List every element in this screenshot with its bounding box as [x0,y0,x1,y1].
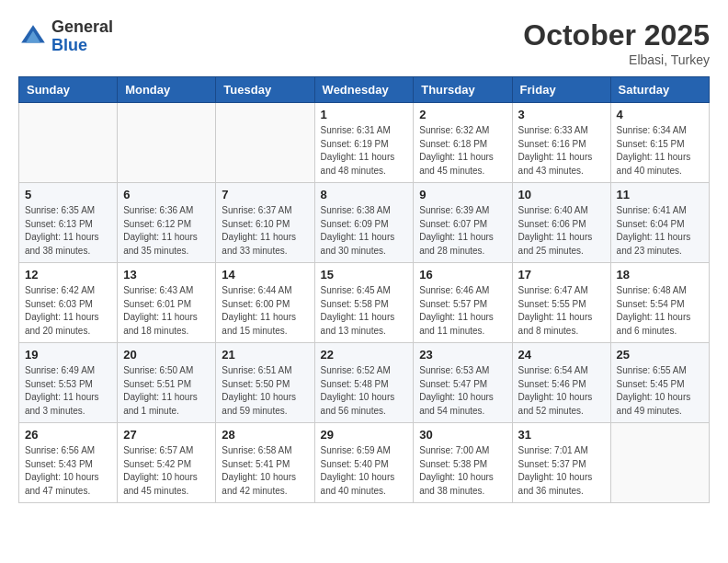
logo-text: General Blue [51,18,113,55]
day-detail: Sunrise: 6:45 AM Sunset: 5:58 PM Dayligh… [321,284,408,338]
calendar-cell [118,103,216,183]
calendar-cell: 29Sunrise: 6:59 AM Sunset: 5:40 PM Dayli… [314,423,414,503]
day-number: 10 [518,188,605,201]
day-detail: Sunrise: 6:35 AM Sunset: 6:13 PM Dayligh… [25,204,111,258]
day-detail: Sunrise: 6:32 AM Sunset: 6:18 PM Dayligh… [419,124,506,178]
calendar-cell: 10Sunrise: 6:40 AM Sunset: 6:06 PM Dayli… [512,183,610,263]
weekday-header-tuesday: Tuesday [216,77,314,103]
day-number: 24 [518,348,605,362]
calendar-week-2: 5Sunrise: 6:35 AM Sunset: 6:13 PM Daylig… [19,183,710,263]
day-number: 16 [419,268,506,282]
day-detail: Sunrise: 6:31 AM Sunset: 6:19 PM Dayligh… [321,124,408,178]
title-block: October 2025 Elbasi, Turkey [523,18,710,67]
calendar-cell: 12Sunrise: 6:42 AM Sunset: 6:03 PM Dayli… [19,263,118,343]
weekday-header-wednesday: Wednesday [314,77,414,103]
day-number: 17 [518,268,605,282]
weekday-header-monday: Monday [118,77,216,103]
day-number: 6 [123,188,210,201]
day-detail: Sunrise: 6:53 AM Sunset: 5:47 PM Dayligh… [419,364,506,418]
day-detail: Sunrise: 6:55 AM Sunset: 5:45 PM Dayligh… [617,364,703,418]
calendar-cell: 9Sunrise: 6:39 AM Sunset: 6:07 PM Daylig… [414,183,512,263]
day-detail: Sunrise: 6:46 AM Sunset: 5:57 PM Dayligh… [419,284,506,338]
day-number: 5 [25,188,111,201]
calendar-cell: 16Sunrise: 6:46 AM Sunset: 5:57 PM Dayli… [414,263,512,343]
logo-blue-text: Blue [51,36,87,54]
day-number: 30 [419,428,506,442]
day-number: 18 [617,268,703,282]
logo: General Blue [18,18,113,55]
day-detail: Sunrise: 6:40 AM Sunset: 6:06 PM Dayligh… [518,204,605,258]
day-number: 14 [222,268,308,282]
day-detail: Sunrise: 6:42 AM Sunset: 6:03 PM Dayligh… [25,284,111,338]
day-detail: Sunrise: 6:48 AM Sunset: 5:54 PM Dayligh… [617,284,703,338]
calendar-cell: 24Sunrise: 6:54 AM Sunset: 5:46 PM Dayli… [512,343,610,423]
day-number: 11 [617,188,703,201]
calendar-week-4: 19Sunrise: 6:49 AM Sunset: 5:53 PM Dayli… [19,343,710,423]
weekday-header-sunday: Sunday [19,77,118,103]
weekday-header-saturday: Saturday [610,77,709,103]
calendar-cell: 5Sunrise: 6:35 AM Sunset: 6:13 PM Daylig… [19,183,118,263]
calendar-cell: 3Sunrise: 6:33 AM Sunset: 6:16 PM Daylig… [512,103,610,183]
day-detail: Sunrise: 6:41 AM Sunset: 6:04 PM Dayligh… [617,204,703,258]
day-detail: Sunrise: 6:52 AM Sunset: 5:48 PM Dayligh… [321,364,408,418]
calendar-cell: 30Sunrise: 7:00 AM Sunset: 5:38 PM Dayli… [414,423,512,503]
calendar-cell: 27Sunrise: 6:57 AM Sunset: 5:42 PM Dayli… [118,423,216,503]
day-number: 25 [617,348,703,362]
day-detail: Sunrise: 6:58 AM Sunset: 5:41 PM Dayligh… [222,444,308,498]
day-detail: Sunrise: 6:37 AM Sunset: 6:10 PM Dayligh… [222,204,308,258]
day-detail: Sunrise: 6:49 AM Sunset: 5:53 PM Dayligh… [25,364,111,418]
calendar-cell: 15Sunrise: 6:45 AM Sunset: 5:58 PM Dayli… [314,263,414,343]
calendar-cell: 6Sunrise: 6:36 AM Sunset: 6:12 PM Daylig… [118,183,216,263]
day-number: 8 [321,188,408,201]
day-detail: Sunrise: 6:50 AM Sunset: 5:51 PM Dayligh… [123,364,210,418]
location-text: Elbasi, Turkey [523,52,710,67]
month-title: October 2025 [523,18,710,52]
day-number: 22 [321,348,408,362]
day-detail: Sunrise: 6:51 AM Sunset: 5:50 PM Dayligh… [222,364,308,418]
day-number: 9 [419,188,506,201]
day-number: 28 [222,428,308,442]
weekday-header-friday: Friday [512,77,610,103]
day-number: 13 [123,268,210,282]
day-number: 3 [518,108,605,121]
calendar-table: SundayMondayTuesdayWednesdayThursdayFrid… [18,76,710,503]
day-number: 15 [321,268,408,282]
day-number: 2 [419,108,506,121]
calendar-week-3: 12Sunrise: 6:42 AM Sunset: 6:03 PM Dayli… [19,263,710,343]
day-number: 23 [419,348,506,362]
page-header: General Blue October 2025 Elbasi, Turkey [18,18,710,67]
day-number: 4 [617,108,703,121]
calendar-cell: 4Sunrise: 6:34 AM Sunset: 6:15 PM Daylig… [610,103,709,183]
day-number: 31 [518,428,605,442]
day-detail: Sunrise: 6:43 AM Sunset: 6:01 PM Dayligh… [123,284,210,338]
weekday-header-thursday: Thursday [414,77,512,103]
day-detail: Sunrise: 7:01 AM Sunset: 5:37 PM Dayligh… [518,444,605,498]
calendar-cell: 14Sunrise: 6:44 AM Sunset: 6:00 PM Dayli… [216,263,314,343]
day-number: 12 [25,268,111,282]
calendar-cell: 20Sunrise: 6:50 AM Sunset: 5:51 PM Dayli… [118,343,216,423]
day-detail: Sunrise: 6:38 AM Sunset: 6:09 PM Dayligh… [321,204,408,258]
day-detail: Sunrise: 6:56 AM Sunset: 5:43 PM Dayligh… [25,444,111,498]
logo-general-text: General [51,17,113,36]
calendar-cell: 18Sunrise: 6:48 AM Sunset: 5:54 PM Dayli… [610,263,709,343]
day-number: 29 [321,428,408,442]
calendar-cell: 22Sunrise: 6:52 AM Sunset: 5:48 PM Dayli… [314,343,414,423]
calendar-cell: 2Sunrise: 6:32 AM Sunset: 6:18 PM Daylig… [414,103,512,183]
calendar-cell: 11Sunrise: 6:41 AM Sunset: 6:04 PM Dayli… [610,183,709,263]
day-detail: Sunrise: 7:00 AM Sunset: 5:38 PM Dayligh… [419,444,506,498]
calendar-cell: 23Sunrise: 6:53 AM Sunset: 5:47 PM Dayli… [414,343,512,423]
day-detail: Sunrise: 6:47 AM Sunset: 5:55 PM Dayligh… [518,284,605,338]
calendar-cell: 8Sunrise: 6:38 AM Sunset: 6:09 PM Daylig… [314,183,414,263]
calendar-cell: 28Sunrise: 6:58 AM Sunset: 5:41 PM Dayli… [216,423,314,503]
day-detail: Sunrise: 6:57 AM Sunset: 5:42 PM Dayligh… [123,444,210,498]
weekday-header-row: SundayMondayTuesdayWednesdayThursdayFrid… [19,77,710,103]
calendar-week-1: 1Sunrise: 6:31 AM Sunset: 6:19 PM Daylig… [19,103,710,183]
calendar-cell: 25Sunrise: 6:55 AM Sunset: 5:45 PM Dayli… [610,343,709,423]
calendar-week-5: 26Sunrise: 6:56 AM Sunset: 5:43 PM Dayli… [19,423,710,503]
day-number: 19 [25,348,111,362]
calendar-cell: 17Sunrise: 6:47 AM Sunset: 5:55 PM Dayli… [512,263,610,343]
day-detail: Sunrise: 6:36 AM Sunset: 6:12 PM Dayligh… [123,204,210,258]
calendar-cell: 21Sunrise: 6:51 AM Sunset: 5:50 PM Dayli… [216,343,314,423]
day-detail: Sunrise: 6:33 AM Sunset: 6:16 PM Dayligh… [518,124,605,178]
day-number: 26 [25,428,111,442]
